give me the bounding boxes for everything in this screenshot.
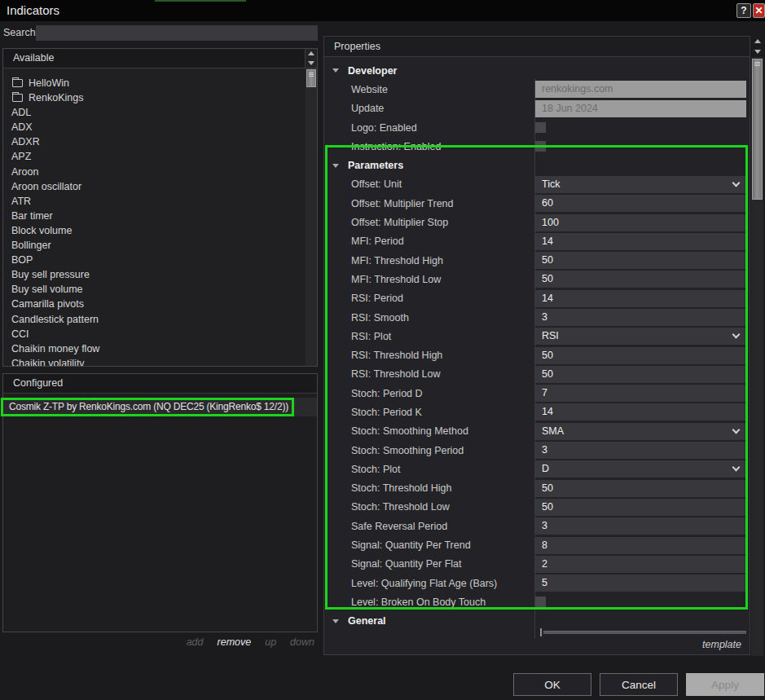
chevron-down-icon (732, 178, 741, 187)
list-action-button[interactable]: remove (218, 636, 252, 648)
list-item[interactable]: BOP (3, 253, 317, 267)
list-item[interactable]: ATR (3, 194, 317, 209)
value-field[interactable]: 3 (535, 517, 746, 535)
property-label: RSI: Smooth (324, 312, 535, 324)
list-item[interactable]: ADL (3, 105, 317, 120)
value-field[interactable]: 50 (535, 271, 746, 288)
chevron-down-icon (732, 464, 741, 472)
property-row: Stoch: Period K 14 14 (324, 403, 750, 421)
list-item[interactable]: Aroon oscillator (3, 179, 317, 194)
checkbox[interactable] (535, 122, 546, 133)
section-developer[interactable]: Developer (324, 61, 750, 80)
scroll-up-button[interactable] (751, 36, 763, 46)
list-item[interactable]: ADXR (3, 134, 317, 149)
list-item[interactable]: Aroon (3, 165, 317, 179)
value-field[interactable]: 50 (535, 480, 746, 497)
value-field[interactable]: 14 (535, 233, 746, 250)
value-field[interactable]: 3 (535, 442, 746, 459)
list-item[interactable]: Candlestick pattern (3, 312, 317, 327)
list-item[interactable]: RenkoKings (3, 90, 317, 105)
properties-scrollbar[interactable] (751, 36, 763, 656)
list-action-button[interactable]: down (290, 636, 314, 648)
arrow-up-icon (754, 39, 761, 43)
property-row: Website renkokings.com renkokings.com (324, 80, 750, 99)
list-item[interactable]: Buy sell volume (3, 282, 317, 297)
configured-panel: Configured Cosmik Z-TP by RenkoKings.com… (2, 373, 318, 632)
property-label: Stoch: Plot (324, 464, 535, 475)
value-field[interactable]: 50 (535, 252, 746, 269)
list-item[interactable]: Chaikin volatility (3, 356, 317, 366)
value-field[interactable]: 50 (535, 347, 746, 364)
property-row: MFI: Threshold Low 50 50 (324, 270, 750, 288)
property-label: Stoch: Period K (324, 407, 535, 418)
checkbox[interactable] (535, 597, 546, 607)
configured-item[interactable]: Cosmik Z-TP by RenkoKings.com (NQ DEC25 … (3, 398, 317, 416)
list-item[interactable]: Chaikin money flow (3, 341, 317, 356)
property-row: Stoch: Smoothing Period 3 3 (324, 441, 750, 460)
value-field[interactable]: 2 (535, 556, 746, 573)
available-header-label: Available (13, 52, 55, 64)
configured-header-label: Configured (13, 377, 63, 389)
section-general[interactable]: General (324, 612, 750, 631)
ok-button[interactable]: OK (513, 673, 591, 696)
list-action-button[interactable]: add (187, 636, 204, 648)
apply-button[interactable]: Apply (686, 673, 764, 696)
cancel-button[interactable]: Cancel (600, 673, 678, 696)
value-field[interactable]: 8 (535, 537, 746, 554)
value-field[interactable]: 50 (535, 499, 746, 516)
list-item[interactable]: APZ (3, 149, 317, 164)
value-dropdown[interactable]: SMA (535, 423, 746, 440)
value-dropdown[interactable]: D (535, 460, 746, 478)
property-row: Stoch: Period D 7 7 (324, 384, 750, 403)
list-item[interactable]: CCI (3, 327, 317, 341)
scroll-up-button[interactable] (306, 49, 317, 59)
template-field[interactable] (543, 631, 746, 634)
value-field[interactable]: renkokings.com (535, 81, 746, 98)
property-row: Safe Reversal Period 3 3 (324, 517, 750, 535)
property-label: Stoch: Threshold High (324, 482, 535, 494)
value-field[interactable]: 3 (535, 309, 746, 326)
scroll-down-button[interactable] (751, 46, 763, 57)
list-item[interactable]: Camarilla pivots (3, 297, 317, 311)
list-item[interactable]: HelloWin (3, 76, 317, 90)
value-field[interactable]: 18 Jun 2024 (535, 100, 746, 117)
list-item[interactable]: Buy sell pressure (3, 267, 317, 282)
property-row: Signal: Quantity Per Trend 8 8 (324, 535, 750, 554)
value-field[interactable]: 50 (535, 366, 746, 383)
list-item[interactable]: ADX (3, 120, 317, 134)
property-row: Signal: Quantity Per Flat 2 2 (324, 555, 750, 574)
folder-icon (12, 79, 23, 87)
value-field[interactable]: 7 (535, 385, 746, 402)
template-label: template (702, 639, 741, 650)
list-item[interactable]: Bar timer (3, 209, 317, 223)
property-label: RSI: Plot (324, 331, 535, 342)
property-row: Stoch: Threshold High 50 50 (324, 479, 750, 498)
value-field[interactable]: 5 (535, 575, 746, 592)
value-dropdown[interactable]: RSI (535, 328, 746, 345)
property-row: MFI: Threshold High 50 50 (324, 251, 750, 270)
available-scrollbar[interactable] (306, 68, 317, 366)
scrollbar-thumb[interactable] (306, 69, 316, 87)
value-field[interactable]: 14 (535, 403, 746, 420)
list-item[interactable]: Block volume (3, 223, 317, 238)
help-button[interactable]: ? (736, 3, 751, 18)
scroll-down-button[interactable] (306, 59, 317, 68)
search-label: Search (3, 27, 36, 38)
section-parameters[interactable]: Parameters (324, 156, 750, 174)
scrollbar-thumb[interactable] (752, 59, 763, 200)
property-row: Stoch: Smoothing Method SMA SMA (324, 422, 750, 441)
value-field[interactable]: 100 (535, 214, 746, 231)
property-row: Update 18 Jun 2024 18 Jun 2024 (324, 99, 750, 118)
property-row: Stoch: Threshold Low 50 50 (324, 498, 750, 517)
property-label: Stoch: Period D (324, 388, 535, 399)
checkbox[interactable] (535, 141, 546, 152)
property-row: Level: Broken On Body Touch (324, 592, 750, 611)
value-field[interactable]: 14 (535, 290, 746, 307)
value-dropdown[interactable]: Tick (535, 176, 746, 193)
close-button[interactable]: ✕ (753, 3, 765, 18)
search-input[interactable] (36, 25, 318, 41)
value-field[interactable]: 60 (535, 195, 746, 212)
list-item[interactable]: Bollinger (3, 238, 317, 253)
template-field-tick (540, 628, 542, 636)
list-action-button[interactable]: up (265, 636, 276, 648)
